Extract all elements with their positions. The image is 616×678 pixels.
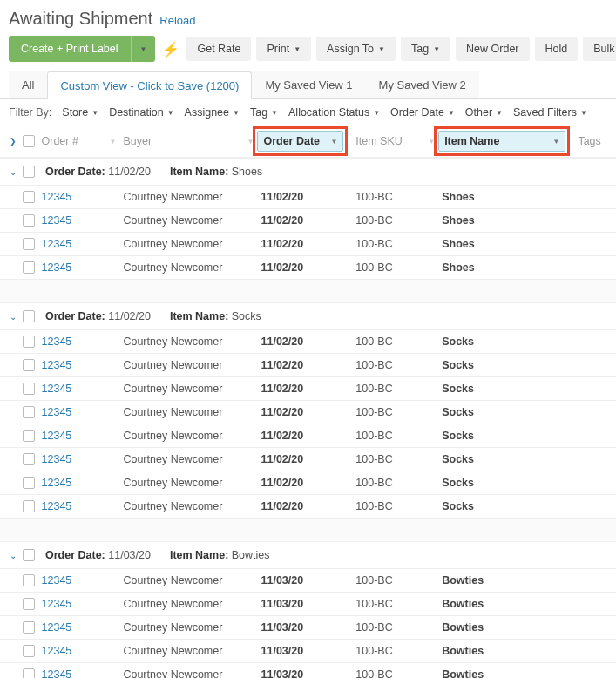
order-link[interactable]: 12345 — [42, 453, 72, 465]
item-sku-cell: 100-BC — [355, 645, 392, 657]
table-row: 12345Courtney Newcomer11/02/20100-BCShoe… — [0, 233, 616, 256]
row-checkbox[interactable] — [23, 621, 35, 634]
row-checkbox[interactable] — [23, 261, 35, 274]
column-item-name[interactable]: Item Name▼ — [438, 131, 565, 152]
item-sku-cell: 100-BC — [355, 598, 392, 610]
bulk-update-button[interactable]: Bulk Update — [583, 37, 616, 61]
row-checkbox[interactable] — [23, 238, 35, 250]
order-link[interactable]: 12345 — [42, 430, 72, 442]
row-checkbox[interactable] — [23, 477, 35, 489]
caret-down-icon: ▼ — [433, 45, 440, 53]
group-checkbox[interactable] — [23, 166, 35, 178]
group-checkbox[interactable] — [23, 310, 35, 322]
order-link[interactable]: 12345 — [42, 621, 72, 634]
collapse-icon[interactable]: ⌄ — [7, 551, 19, 560]
order-link[interactable]: 12345 — [42, 574, 72, 586]
order-link[interactable]: 12345 — [42, 383, 72, 395]
row-checkbox[interactable] — [23, 191, 35, 203]
item-name-cell: Socks — [442, 336, 474, 348]
expand-all-icon[interactable]: ❯ — [10, 137, 17, 146]
filter-saved-filters[interactable]: Saved Filters▼ — [513, 106, 587, 119]
item-sku-cell: 100-BC — [355, 574, 392, 586]
order-link[interactable]: 12345 — [42, 645, 72, 657]
item-sku-cell: 100-BC — [355, 214, 392, 227]
item-name-cell: Shoes — [442, 238, 475, 250]
item-name-cell: Bowties — [442, 621, 484, 634]
tab-all[interactable]: All — [9, 71, 47, 98]
group-checkbox[interactable] — [23, 549, 35, 561]
filter-store[interactable]: Store▼ — [62, 106, 98, 119]
item-name-cell: Bowties — [442, 574, 484, 586]
table-row: 12345Courtney Newcomer11/02/20100-BCShoe… — [0, 256, 616, 280]
group-header[interactable]: ⌄Order Date: 11/02/20Item Name: Socks — [0, 302, 616, 330]
assign-to-button[interactable]: Assign To▼ — [316, 37, 396, 61]
row-checkbox[interactable] — [23, 383, 35, 395]
select-all-checkbox[interactable] — [23, 135, 35, 147]
order-date-cell: 11/02/20 — [261, 238, 304, 250]
order-link[interactable]: 12345 — [42, 500, 72, 512]
filter-assignee[interactable]: Assignee▼ — [185, 106, 240, 119]
row-checkbox[interactable] — [23, 645, 35, 657]
row-checkbox[interactable] — [23, 336, 35, 348]
create-print-label-dropdown[interactable]: ▼ — [131, 36, 156, 62]
order-link[interactable]: 12345 — [42, 406, 72, 418]
column-tags[interactable]: Tags — [574, 135, 609, 147]
tab-saved-view-2[interactable]: My Saved View 2 — [366, 71, 479, 98]
column-order-date[interactable]: Order Date▼ — [257, 131, 343, 152]
buyer-cell: Courtney Newcomer — [123, 430, 222, 442]
group-header[interactable]: ⌄Order Date: 11/02/20Item Name: Shoes — [0, 158, 616, 186]
caret-down-icon: ▼ — [140, 45, 147, 53]
row-checkbox[interactable] — [23, 453, 35, 465]
collapse-icon[interactable]: ⌄ — [7, 312, 19, 322]
order-link[interactable]: 12345 — [42, 238, 72, 250]
column-item-sku[interactable]: Item SKU▼ — [352, 135, 438, 147]
order-link[interactable]: 12345 — [42, 261, 72, 274]
table-row: 12345Courtney Newcomer11/02/20100-BCSock… — [0, 448, 616, 471]
group-order-date-label: Order Date: 11/03/20 — [45, 549, 151, 561]
item-name-cell: Bowties — [442, 645, 484, 657]
filter-order-date[interactable]: Order Date▼ — [390, 106, 455, 119]
order-link[interactable]: 12345 — [42, 477, 72, 489]
order-link[interactable]: 12345 — [42, 359, 72, 371]
tab-custom-view[interactable]: Custom View - Click to Save (1200) — [47, 71, 252, 99]
order-link[interactable]: 12345 — [42, 668, 72, 678]
column-buyer[interactable]: Buyer▼ — [119, 135, 257, 147]
tab-saved-view-1[interactable]: My Saved View 1 — [252, 71, 365, 98]
order-link[interactable]: 12345 — [42, 191, 72, 203]
row-checkbox[interactable] — [23, 668, 35, 678]
order-link[interactable]: 12345 — [42, 214, 72, 227]
order-date-cell: 11/02/20 — [261, 406, 304, 418]
row-checkbox[interactable] — [23, 500, 35, 512]
order-date-cell: 11/02/20 — [261, 261, 304, 274]
row-checkbox[interactable] — [23, 214, 35, 227]
filter-tag[interactable]: Tag▼ — [250, 106, 278, 119]
table-row: 12345Courtney Newcomer11/03/20100-BCBowt… — [0, 616, 616, 640]
order-date-cell: 11/02/20 — [261, 336, 304, 348]
buyer-cell: Courtney Newcomer — [123, 261, 222, 274]
row-checkbox[interactable] — [23, 430, 35, 442]
order-link[interactable]: 12345 — [42, 598, 72, 610]
collapse-icon[interactable]: ⌄ — [7, 167, 19, 177]
filter-other[interactable]: Other▼ — [465, 106, 503, 119]
item-sku-cell: 100-BC — [355, 383, 392, 395]
column-order-number[interactable]: Order #▼ — [38, 135, 120, 147]
print-button[interactable]: Print▼ — [256, 37, 311, 61]
item-sku-cell: 100-BC — [355, 668, 392, 678]
filter-allocation-status[interactable]: Allocation Status▼ — [288, 106, 380, 119]
group-header[interactable]: ⌄Order Date: 11/03/20Item Name: Bowties — [0, 541, 616, 569]
row-checkbox[interactable] — [23, 406, 35, 418]
item-sku-cell: 100-BC — [355, 191, 392, 203]
tag-button[interactable]: Tag▼ — [401, 37, 450, 61]
hold-button[interactable]: Hold — [535, 37, 579, 61]
order-link[interactable]: 12345 — [42, 336, 72, 348]
row-checkbox[interactable] — [23, 574, 35, 586]
row-checkbox[interactable] — [23, 598, 35, 610]
reload-link[interactable]: Reload — [159, 14, 195, 27]
view-tabs: All Custom View - Click to Save (1200) M… — [0, 71, 616, 99]
create-print-label-button[interactable]: Create + Print Label — [9, 36, 131, 62]
filter-destination[interactable]: Destination▼ — [109, 106, 173, 119]
get-rate-button[interactable]: Get Rate — [186, 37, 251, 61]
caret-down-icon: ▼ — [167, 109, 174, 117]
new-order-button[interactable]: New Order — [456, 37, 529, 61]
row-checkbox[interactable] — [23, 359, 35, 371]
